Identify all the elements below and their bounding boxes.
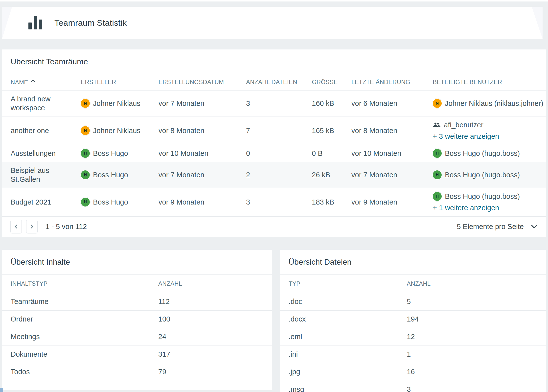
- column-header-label: GRÖSSE: [312, 79, 338, 85]
- column-header-created[interactable]: ERSTELLUNGSDATUM: [159, 74, 246, 90]
- teamroom-row[interactable]: another oneNJohner Niklausvor 8 Monaten7…: [2, 116, 546, 145]
- user-avatar: H: [81, 149, 90, 158]
- user-avatar: H: [433, 170, 442, 179]
- bottom-left-ui-fragment: [0, 388, 3, 392]
- page-size-selector[interactable]: 5 Elemente pro Seite: [457, 223, 538, 231]
- creator-name: Boss Hugo: [93, 198, 128, 207]
- teamroom-row[interactable]: A brand new workspaceNJohner Niklausvor …: [2, 90, 546, 116]
- cell-file-type: .eml: [280, 328, 407, 346]
- cell-participants: HBoss Hugo (hugo.boss): [433, 145, 546, 162]
- show-more-link[interactable]: + 1 weitere anzeigen: [433, 203, 499, 212]
- column-header-file-type: TYP: [280, 275, 407, 293]
- files-row: .eml12: [280, 328, 546, 346]
- teamrooms-card: Übersicht Teamräume NAMEERSTELLERERSTELL…: [2, 49, 546, 237]
- app-header: Teamraum Statistik: [2, 7, 543, 39]
- cell-participants: NJohner Niklaus (niklaus.johner): [433, 90, 546, 116]
- participant-label: Boss Hugo (hugo.boss): [445, 170, 520, 179]
- group-icon: [433, 121, 441, 129]
- bar-chart-icon: [28, 16, 42, 29]
- cell-file-type: .doc: [280, 293, 407, 310]
- column-header-label: ANZAHL DATEIEN: [246, 79, 297, 85]
- participant-entry: HBoss Hugo (hugo.boss): [433, 170, 520, 179]
- cell-size: 26 kB: [312, 162, 351, 188]
- cell-content-type: Ordner: [2, 310, 158, 328]
- teamroom-name: Ausstellungen: [11, 149, 78, 158]
- cell-file-count: 7: [246, 116, 312, 145]
- column-header-size[interactable]: GRÖSSE: [312, 74, 351, 90]
- teamroom-row[interactable]: Beispiel aus St.GallenHBoss Hugovor 7 Mo…: [2, 162, 546, 188]
- contents-row: Teamräume112: [2, 293, 272, 310]
- files-row: .jpg16: [280, 363, 546, 381]
- column-header-count: ANZAHL: [407, 275, 546, 293]
- cell-name: A brand new workspace: [2, 90, 81, 116]
- cell-modified: vor 10 Monaten: [351, 145, 433, 162]
- column-header-count: ANZAHL: [158, 275, 272, 293]
- cell-count: 112: [158, 293, 272, 310]
- cell-content-type: Todos: [2, 363, 158, 381]
- user-avatar: H: [433, 149, 442, 158]
- chevron-left-icon: [13, 223, 19, 230]
- column-header-label: LETZTE ÄNDERUNG: [351, 79, 410, 85]
- next-page-button[interactable]: [26, 220, 38, 233]
- participant-label: Boss Hugo (hugo.boss): [445, 192, 520, 201]
- teamroom-name: Budget 2021: [11, 198, 78, 207]
- cell-creator: NJohner Niklaus: [81, 90, 159, 116]
- cell-file-count: 2: [246, 162, 312, 188]
- column-header-label: ERSTELLUNGSDATUM: [159, 79, 224, 85]
- files-table: TYPANZAHL .doc5.docx194.eml12.ini1.jpg16…: [280, 275, 546, 392]
- user-avatar: N: [81, 126, 90, 135]
- cell-file-type: .ini: [280, 346, 407, 363]
- pagination-bar: 1 - 5 von 112 5 Elemente pro Seite: [2, 216, 546, 237]
- contents-row: Dokumente317: [2, 346, 272, 363]
- previous-page-button[interactable]: [10, 220, 22, 233]
- column-header-label: NAME: [11, 79, 28, 86]
- cell-created: vor 10 Monaten: [159, 145, 246, 162]
- user-avatar: N: [433, 99, 442, 108]
- teamroom-name: Beispiel aus St.Gallen: [11, 166, 78, 184]
- participant-entry: afi_benutzer: [433, 120, 483, 129]
- user-avatar: H: [433, 192, 442, 201]
- column-header-modified[interactable]: LETZTE ÄNDERUNG: [351, 74, 433, 90]
- cell-creator: HBoss Hugo: [81, 145, 159, 162]
- cell-created: vor 7 Monaten: [159, 162, 246, 188]
- cell-size: 160 kB: [312, 90, 351, 116]
- participant-label: afi_benutzer: [444, 120, 483, 129]
- cell-count: 24: [158, 328, 272, 346]
- teamroom-row[interactable]: Budget 2021HBoss Hugovor 9 Monaten3183 k…: [2, 188, 546, 216]
- cell-name: another one: [2, 116, 81, 145]
- cell-size: 0 B: [312, 145, 351, 162]
- teamroom-name: another one: [11, 126, 78, 135]
- teamrooms-section-title: Übersicht Teamräume: [2, 49, 546, 74]
- column-header-users[interactable]: BETEILIGTE BENUTZER: [433, 74, 546, 90]
- cell-name: Beispiel aus St.Gallen: [2, 162, 81, 188]
- cell-created: vor 8 Monaten: [159, 116, 246, 145]
- files-section-title: Übersicht Dateien: [280, 250, 546, 275]
- cell-participants: afi_benutzer+ 3 weitere anzeigen: [433, 116, 546, 145]
- creator-name: Johner Niklaus: [93, 99, 140, 108]
- cell-count: 5: [407, 293, 546, 310]
- creator-name: Boss Hugo: [93, 149, 128, 158]
- cell-count: 12: [407, 328, 546, 346]
- cell-participants: HBoss Hugo (hugo.boss): [433, 162, 546, 188]
- show-more-link[interactable]: + 3 weitere anzeigen: [433, 132, 499, 141]
- files-row: .msg3: [280, 381, 546, 392]
- chevron-right-icon: [29, 223, 35, 230]
- contents-section-title: Übersicht Inhalte: [2, 250, 272, 275]
- cell-count: 79: [158, 363, 272, 381]
- teamroom-row[interactable]: AusstellungenHBoss Hugovor 10 Monaten00 …: [2, 145, 546, 162]
- cell-creator: NJohner Niklaus: [81, 116, 159, 145]
- files-card: Übersicht Dateien TYPANZAHL .doc5.docx19…: [280, 250, 546, 392]
- files-row: .doc5: [280, 293, 546, 310]
- column-header-creator[interactable]: ERSTELLER: [81, 74, 159, 90]
- teamrooms-header-row: NAMEERSTELLERERSTELLUNGSDATUMANZAHL DATE…: [2, 74, 546, 90]
- files-header-row: TYPANZAHL: [280, 275, 546, 293]
- user-avatar: H: [81, 170, 90, 179]
- cell-count: 16: [407, 363, 546, 381]
- cell-modified: vor 9 Monaten: [351, 188, 433, 216]
- cell-file-type: .jpg: [280, 363, 407, 381]
- column-header-name[interactable]: NAME: [2, 74, 81, 90]
- cell-count: 3: [407, 381, 546, 392]
- chevron-down-icon: [530, 223, 538, 231]
- column-header-files[interactable]: ANZAHL DATEIEN: [246, 74, 312, 90]
- cell-created: vor 9 Monaten: [159, 188, 246, 216]
